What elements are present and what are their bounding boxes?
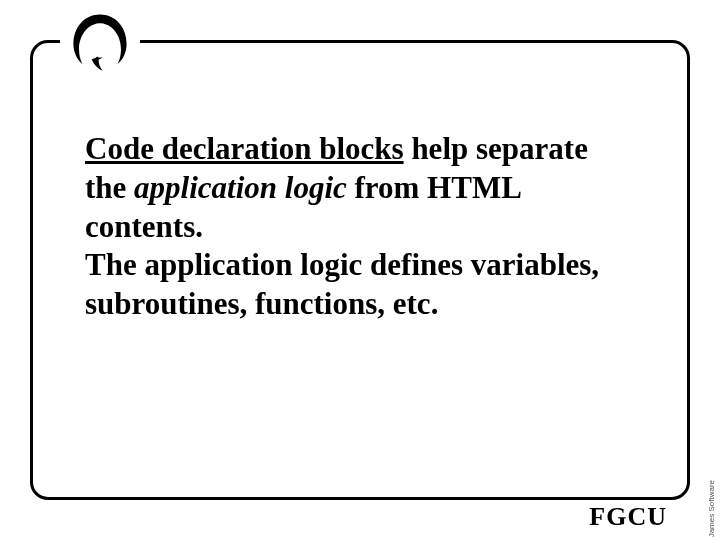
eagle-icon [65,9,135,79]
text-line-2: The application logic defines variables,… [85,247,599,321]
copyright-text: Copyright © 2002 James Software [707,480,716,540]
italic-term: application logic [134,170,347,205]
slide-body: Code declaration blocks help separate th… [85,130,635,324]
underlined-term: Code declaration blocks [85,131,404,166]
footer-logo: FGCU [581,502,675,532]
eagle-logo [60,4,140,84]
